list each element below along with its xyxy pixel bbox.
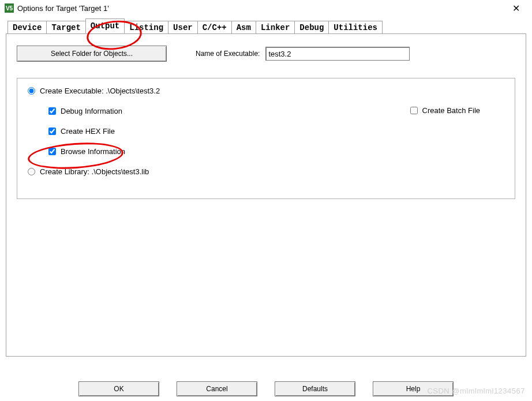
tab-c-cpp[interactable]: C/C++ bbox=[197, 21, 232, 34]
tab-output[interactable]: Output bbox=[85, 18, 125, 33]
create-hex-label: Create HEX File bbox=[61, 127, 115, 136]
create-executable-label: Create Executable: .\Objects\test3.2 bbox=[40, 87, 160, 95]
create-executable-radio[interactable] bbox=[28, 87, 35, 95]
tab-debug[interactable]: Debug bbox=[294, 21, 329, 34]
debug-information-label: Debug Information bbox=[61, 107, 122, 115]
browse-information-checkbox[interactable] bbox=[48, 148, 56, 155]
create-library-radio[interactable] bbox=[28, 168, 35, 175]
titlebar: V5 Options for Target 'Target 1' ✕ bbox=[0, 0, 532, 16]
output-panel: Select Folder for Objects... Name of Exe… bbox=[6, 33, 526, 357]
cancel-button[interactable]: Cancel bbox=[177, 381, 257, 396]
tab-asm[interactable]: Asm bbox=[231, 21, 256, 34]
help-button[interactable]: Help bbox=[373, 381, 454, 396]
create-library-label: Create Library: .\Objects\test3.lib bbox=[40, 167, 149, 176]
debug-information-checkbox[interactable] bbox=[48, 107, 56, 115]
browse-information-label: Browse Information bbox=[61, 147, 125, 156]
close-icon[interactable]: ✕ bbox=[504, 3, 527, 14]
tab-user[interactable]: User bbox=[168, 21, 198, 34]
tab-listing[interactable]: Listing bbox=[124, 21, 168, 34]
tab-linker[interactable]: Linker bbox=[256, 21, 295, 34]
create-hex-checkbox[interactable] bbox=[48, 128, 56, 135]
window-title: Options for Target 'Target 1' bbox=[17, 4, 504, 13]
name-of-executable-label: Name of Executable: bbox=[196, 50, 260, 58]
tab-utilities[interactable]: Utilities bbox=[328, 21, 383, 34]
button-bar: OK Cancel Defaults Help bbox=[0, 381, 532, 396]
select-folder-button[interactable]: Select Folder for Objects... bbox=[17, 46, 167, 62]
tab-device[interactable]: Device bbox=[8, 21, 47, 34]
create-batch-label: Create Batch File bbox=[422, 106, 480, 115]
defaults-button[interactable]: Defaults bbox=[275, 381, 355, 396]
output-groupbox: Create Executable: .\Objects\test3.2 Deb… bbox=[17, 78, 515, 199]
tab-strip: Device Target Output Listing User C/C++ … bbox=[8, 21, 526, 33]
create-batch-checkbox[interactable] bbox=[410, 107, 418, 114]
ok-button[interactable]: OK bbox=[78, 381, 159, 396]
name-of-executable-input[interactable] bbox=[265, 47, 410, 61]
tab-target[interactable]: Target bbox=[46, 21, 85, 34]
app-icon: V5 bbox=[5, 3, 14, 13]
